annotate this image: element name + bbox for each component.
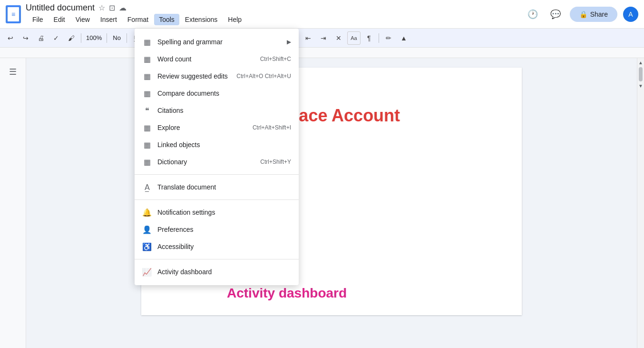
history-icon[interactable]: 🕐 [524,6,541,23]
zoom-select[interactable]: 100% [84,33,104,42]
review-shortcut: Ctrl+Alt+O Ctrl+Alt+U [236,73,291,80]
toolbar-separator-3 [127,33,127,43]
doc-title[interactable]: Untitled document [26,3,95,13]
pen-button[interactable]: ✏ [382,31,395,45]
activity-annotation: Activity dashboard [227,286,347,301]
suggestions-button[interactable]: Aa [347,31,361,45]
left-sidebar: ☰ [0,58,26,348]
top-right-controls: 🕐 💬 🔒 Share A [524,6,638,23]
review-edits-item[interactable]: ▦ Review suggested edits Ctrl+Alt+O Ctrl… [135,68,299,85]
linked-label: Linked objects [157,141,291,149]
normal-text-select[interactable]: No [110,33,124,42]
notification-item[interactable]: 🔔 Notification settings [135,204,299,221]
spelling-label: Spelling and grammar [157,38,281,46]
avatar[interactable]: A [623,7,638,22]
top-bar: Untitled document ☆ ⊡ ☁ File Edit View I… [0,0,644,29]
dropdown-section-1: ▦ Spelling and grammar ▶ ▦ Word count Ct… [135,31,299,172]
spelling-grammar-item[interactable]: ▦ Spelling and grammar ▶ [135,33,299,50]
undo-button[interactable]: ↩ [4,31,17,45]
menu-tools[interactable]: Tools [154,14,179,25]
preferences-label: Preferences [157,226,291,233]
dictionary-icon: ▦ [142,157,152,167]
citations-label: Citations [157,107,291,114]
print-button[interactable]: 🖨 [34,31,48,45]
scroll-down-arrow[interactable]: ▼ [638,83,643,89]
main-content: ☰ Workspace Account Activity dashboard ▲… [0,58,644,348]
activity-icon: 📈 [142,267,152,277]
explore-label: Explore [157,124,247,131]
indent-dec-button[interactable]: ⇤ [302,31,315,45]
folder-icon[interactable]: ⊡ [109,3,115,12]
spellcheck-button[interactable]: ✓ [49,31,63,45]
review-label: Review suggested edits [157,72,231,80]
preferences-item[interactable]: 👤 Preferences [135,221,299,238]
translate-icon: A̲ [142,182,152,192]
linked-objects-item[interactable]: ▦ Linked objects [135,136,299,153]
star-icon[interactable]: ☆ [98,3,105,12]
scroll-thumb[interactable] [639,67,643,81]
divider-1 [135,174,299,175]
accessibility-label: Accessibility [157,243,291,250]
dropdown-section-3: 🔔 Notification settings 👤 Preferences ♿ … [135,202,299,257]
scroll-up-arrow[interactable]: ▲ [638,60,643,65]
citations-icon: ❝ [142,106,152,115]
review-icon: ▦ [142,71,152,81]
compare-label: Compare documents [157,89,291,97]
redo-button[interactable]: ↪ [19,31,32,45]
toolbar: ↩ ↪ 🖨 ✓ 🖌 100% No U A 🖊 🔗 💬 🖼 ☰ ↕ ✔ ≡ № … [0,29,644,48]
explore-item[interactable]: ▦ Explore Ctrl+Alt+Shift+I [135,119,299,136]
activity-label: Activity dashboard [157,268,291,276]
dropdown-section-2: A̲ Translate document [135,177,299,198]
menu-format[interactable]: Format [123,14,153,25]
compare-docs-item[interactable]: ▦ Compare documents [135,85,299,102]
word-count-icon: ▦ [142,54,152,64]
dropdown-menu: ▦ Spelling and grammar ▶ ▦ Word count Ct… [135,29,299,285]
divider-3 [135,259,299,259]
outline-icon[interactable]: ☰ [6,64,20,80]
menu-help[interactable]: Help [223,14,246,25]
dropdown-section-4: 📈 Activity dashboard [135,261,299,282]
paint-format-button[interactable]: 🖌 [65,31,78,45]
menu-file[interactable]: File [28,14,48,25]
menu-view[interactable]: View [71,14,95,25]
translate-label: Translate document [157,183,291,191]
menu-bar: File Edit View Insert Format Tools Exten… [28,14,246,25]
prefs-icon: 👤 [142,225,152,234]
explore-icon: ▦ [142,123,152,132]
spelling-icon: ▦ [142,37,152,47]
dictionary-shortcut: Ctrl+Shift+Y [260,159,291,165]
doc-area: Workspace Account Activity dashboard [26,58,637,348]
accessibility-item[interactable]: ♿ Accessibility [135,238,299,255]
word-count-label: Word count [157,55,254,63]
divider-2 [135,199,299,200]
accessibility-icon: ♿ [142,242,152,251]
clear-format-button[interactable]: ✕ [332,31,345,45]
lock-icon: 🔒 [579,10,587,18]
toolbar-separator-5 [379,33,379,43]
comment-icon[interactable]: 💬 [547,6,564,23]
spelling-arrow: ▶ [287,39,291,45]
indent-inc-button[interactable]: ⇥ [317,31,330,45]
share-label: Share [590,10,608,18]
word-count-shortcut: Ctrl+Shift+C [260,56,291,62]
menu-extensions[interactable]: Extensions [180,14,222,25]
menu-edit[interactable]: Edit [49,14,70,25]
word-count-item[interactable]: ▦ Word count Ctrl+Shift+C [135,50,299,68]
menu-insert[interactable]: Insert [96,14,122,25]
collapse-toolbar-button[interactable]: ▲ [397,31,410,45]
translate-item[interactable]: A̲ Translate document [135,179,299,196]
right-scrollbar: ▲ ▼ [637,58,644,348]
bell-icon: 🔔 [142,208,152,217]
share-button[interactable]: 🔒 Share [570,7,617,22]
paragraph-button[interactable]: ¶ [362,31,376,45]
doc-icon[interactable] [6,5,21,23]
linked-icon: ▦ [142,140,152,149]
citations-item[interactable]: ❝ Citations [135,102,299,119]
activity-dashboard-item[interactable]: 📈 Activity dashboard [135,263,299,280]
compare-icon: ▦ [142,89,152,98]
notification-label: Notification settings [157,209,291,216]
dictionary-item[interactable]: ▦ Dictionary Ctrl+Shift+Y [135,153,299,170]
cloud-icon[interactable]: ☁ [119,3,127,12]
explore-shortcut: Ctrl+Alt+Shift+I [253,124,291,131]
tools-dropdown: ▦ Spelling and grammar ▶ ▦ Word count Ct… [135,29,299,285]
